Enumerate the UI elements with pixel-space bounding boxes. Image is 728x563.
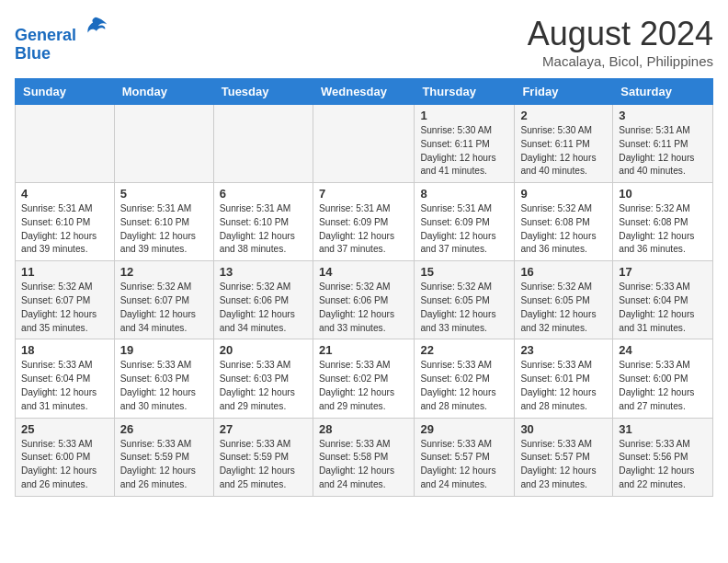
calendar-cell: 2Sunrise: 5:30 AMSunset: 6:11 PMDaylight…: [515, 105, 613, 183]
calendar-cell: 22Sunrise: 5:33 AMSunset: 6:02 PMDayligh…: [415, 339, 515, 418]
calendar-cell: 6Sunrise: 5:31 AMSunset: 6:10 PMDaylight…: [213, 183, 313, 261]
day-number: 3: [619, 109, 707, 122]
day-number: 31: [619, 422, 707, 436]
day-header-saturday: Saturday: [613, 79, 713, 105]
day-info: Sunrise: 5:30 AMSunset: 6:11 PMDaylight:…: [420, 124, 508, 178]
calendar-cell: 18Sunrise: 5:33 AMSunset: 6:04 PMDayligh…: [16, 339, 115, 418]
logo-general: General: [15, 26, 76, 44]
day-number: 13: [220, 265, 307, 279]
calendar-cell: 8Sunrise: 5:31 AMSunset: 6:09 PMDaylight…: [415, 183, 515, 261]
day-info: Sunrise: 5:31 AMSunset: 6:10 PMDaylight:…: [21, 202, 108, 257]
calendar-week-row: 4Sunrise: 5:31 AMSunset: 6:10 PMDaylight…: [16, 183, 713, 261]
day-info: Sunrise: 5:33 AMSunset: 6:00 PMDaylight:…: [21, 438, 108, 492]
day-info: Sunrise: 5:33 AMSunset: 6:02 PMDaylight:…: [420, 359, 508, 413]
day-header-wednesday: Wednesday: [313, 79, 414, 105]
calendar-cell: [114, 105, 213, 183]
day-number: 29: [420, 422, 508, 436]
calendar-cell: 30Sunrise: 5:33 AMSunset: 5:57 PMDayligh…: [515, 418, 613, 496]
calendar-cell: 9Sunrise: 5:32 AMSunset: 6:08 PMDaylight…: [515, 183, 613, 261]
day-header-friday: Friday: [515, 79, 613, 105]
day-number: 4: [21, 187, 108, 201]
calendar-cell: 12Sunrise: 5:32 AMSunset: 6:07 PMDayligh…: [114, 261, 213, 339]
calendar-cell: 19Sunrise: 5:33 AMSunset: 6:03 PMDayligh…: [114, 339, 213, 418]
day-info: Sunrise: 5:32 AMSunset: 6:05 PMDaylight:…: [520, 281, 607, 335]
day-header-monday: Monday: [114, 79, 213, 105]
calendar-cell: 14Sunrise: 5:32 AMSunset: 6:06 PMDayligh…: [313, 261, 414, 339]
day-number: 16: [520, 265, 607, 279]
day-number: 14: [319, 265, 408, 279]
day-number: 9: [520, 187, 607, 201]
calendar-week-row: 1Sunrise: 5:30 AMSunset: 6:11 PMDaylight…: [16, 105, 713, 183]
calendar-cell: 27Sunrise: 5:33 AMSunset: 5:59 PMDayligh…: [213, 418, 313, 496]
day-number: 23: [520, 343, 607, 357]
calendar-cell: 17Sunrise: 5:33 AMSunset: 6:04 PMDayligh…: [613, 261, 713, 339]
logo-bird-icon: [83, 15, 108, 40]
day-number: 15: [420, 265, 508, 279]
day-info: Sunrise: 5:31 AMSunset: 6:09 PMDaylight:…: [319, 202, 408, 257]
day-number: 27: [220, 422, 307, 436]
day-number: 6: [220, 187, 307, 201]
location-subtitle: Macalaya, Bicol, Philippines: [528, 53, 713, 69]
day-info: Sunrise: 5:33 AMSunset: 6:00 PMDaylight:…: [619, 359, 707, 413]
calendar-cell: 4Sunrise: 5:31 AMSunset: 6:10 PMDaylight…: [16, 183, 115, 261]
day-info: Sunrise: 5:33 AMSunset: 6:04 PMDaylight:…: [21, 359, 108, 413]
day-info: Sunrise: 5:33 AMSunset: 5:59 PMDaylight:…: [220, 438, 307, 492]
day-number: 21: [319, 343, 408, 357]
day-info: Sunrise: 5:31 AMSunset: 6:10 PMDaylight:…: [120, 202, 208, 257]
calendar-cell: 20Sunrise: 5:33 AMSunset: 6:03 PMDayligh…: [213, 339, 313, 418]
day-number: 10: [619, 187, 707, 201]
calendar-cell: 26Sunrise: 5:33 AMSunset: 5:59 PMDayligh…: [114, 418, 213, 496]
day-info: Sunrise: 5:32 AMSunset: 6:08 PMDaylight:…: [520, 202, 607, 257]
calendar-week-row: 25Sunrise: 5:33 AMSunset: 6:00 PMDayligh…: [16, 418, 713, 496]
calendar-cell: 11Sunrise: 5:32 AMSunset: 6:07 PMDayligh…: [16, 261, 115, 339]
day-number: 17: [619, 265, 707, 279]
day-info: Sunrise: 5:32 AMSunset: 6:06 PMDaylight:…: [319, 281, 408, 335]
day-info: Sunrise: 5:33 AMSunset: 5:56 PMDaylight:…: [619, 438, 707, 492]
day-number: 19: [120, 343, 208, 357]
calendar-cell: 24Sunrise: 5:33 AMSunset: 6:00 PMDayligh…: [613, 339, 713, 418]
day-info: Sunrise: 5:33 AMSunset: 6:03 PMDaylight:…: [120, 359, 208, 413]
day-number: 26: [120, 422, 208, 436]
logo-blue: Blue: [15, 44, 51, 63]
day-info: Sunrise: 5:32 AMSunset: 6:08 PMDaylight:…: [619, 202, 707, 257]
day-number: 8: [420, 187, 508, 201]
calendar-cell: 25Sunrise: 5:33 AMSunset: 6:00 PMDayligh…: [16, 418, 115, 496]
day-info: Sunrise: 5:33 AMSunset: 6:04 PMDaylight:…: [619, 281, 707, 335]
day-number: 22: [420, 343, 508, 357]
day-info: Sunrise: 5:33 AMSunset: 6:02 PMDaylight:…: [319, 359, 408, 413]
day-number: 25: [21, 422, 108, 436]
calendar-table: SundayMondayTuesdayWednesdayThursdayFrid…: [15, 78, 713, 497]
calendar-cell: [213, 105, 313, 183]
title-block: August 2024 Macalaya, Bicol, Philippines: [528, 15, 713, 69]
calendar-cell: 5Sunrise: 5:31 AMSunset: 6:10 PMDaylight…: [114, 183, 213, 261]
calendar-cell: 21Sunrise: 5:33 AMSunset: 6:02 PMDayligh…: [313, 339, 414, 418]
calendar-cell: 15Sunrise: 5:32 AMSunset: 6:05 PMDayligh…: [415, 261, 515, 339]
day-number: 12: [120, 265, 208, 279]
calendar-cell: 13Sunrise: 5:32 AMSunset: 6:06 PMDayligh…: [213, 261, 313, 339]
calendar-cell: 1Sunrise: 5:30 AMSunset: 6:11 PMDaylight…: [415, 105, 515, 183]
day-info: Sunrise: 5:30 AMSunset: 6:11 PMDaylight:…: [520, 124, 607, 178]
day-number: 18: [21, 343, 108, 357]
page-header: General Blue August 2024 Macalaya, Bicol…: [15, 15, 713, 69]
day-number: 5: [120, 187, 208, 201]
day-info: Sunrise: 5:31 AMSunset: 6:09 PMDaylight:…: [420, 202, 508, 257]
day-header-sunday: Sunday: [16, 79, 115, 105]
day-number: 11: [21, 265, 108, 279]
calendar-cell: 10Sunrise: 5:32 AMSunset: 6:08 PMDayligh…: [613, 183, 713, 261]
calendar-cell: [16, 105, 115, 183]
day-info: Sunrise: 5:32 AMSunset: 6:07 PMDaylight:…: [21, 281, 108, 335]
logo: General Blue: [15, 15, 108, 63]
calendar-cell: 7Sunrise: 5:31 AMSunset: 6:09 PMDaylight…: [313, 183, 414, 261]
day-info: Sunrise: 5:33 AMSunset: 5:58 PMDaylight:…: [319, 438, 408, 492]
day-number: 28: [319, 422, 408, 436]
month-title: August 2024: [528, 15, 713, 53]
calendar-cell: 31Sunrise: 5:33 AMSunset: 5:56 PMDayligh…: [613, 418, 713, 496]
day-number: 20: [220, 343, 307, 357]
calendar-cell: 29Sunrise: 5:33 AMSunset: 5:57 PMDayligh…: [415, 418, 515, 496]
day-info: Sunrise: 5:32 AMSunset: 6:05 PMDaylight:…: [420, 281, 508, 335]
day-number: 2: [520, 109, 607, 122]
day-header-tuesday: Tuesday: [213, 79, 313, 105]
day-header-thursday: Thursday: [415, 79, 515, 105]
calendar-cell: [313, 105, 414, 183]
day-info: Sunrise: 5:31 AMSunset: 6:11 PMDaylight:…: [619, 124, 707, 178]
